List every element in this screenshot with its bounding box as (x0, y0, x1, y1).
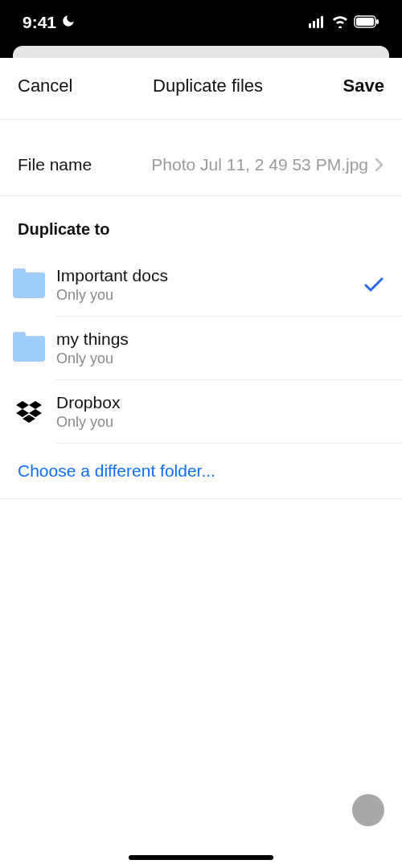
folder-subtitle: Only you (56, 287, 363, 304)
status-time: 9:41 (23, 13, 56, 32)
home-indicator[interactable] (129, 855, 273, 860)
touch-indicator (352, 794, 384, 826)
nav-bar: Cancel Duplicate files Save (0, 58, 402, 120)
cancel-button[interactable]: Cancel (18, 76, 72, 96)
folder-subtitle: Only you (56, 414, 384, 431)
folder-name: Dropbox (56, 393, 384, 412)
folder-row-my-things[interactable]: my things Only you (0, 317, 402, 380)
folder-row-dropbox[interactable]: Dropbox Only you (0, 380, 402, 444)
folder-text: my things Only you (56, 330, 384, 367)
folder-icon (11, 331, 47, 366)
folder-subtitle: Only you (56, 350, 384, 367)
wifi-icon (331, 13, 349, 32)
svg-rect-6 (376, 19, 379, 24)
page-title: Duplicate files (153, 76, 263, 96)
svg-rect-3 (321, 16, 323, 28)
folder-row-important-docs[interactable]: Important docs Only you (0, 253, 402, 317)
signal-icon (309, 13, 326, 32)
folder-name: my things (56, 330, 384, 349)
folder-text: Dropbox Only you (56, 393, 384, 431)
filename-row[interactable]: File name Photo Jul 11, 2 49 53 PM.jpg (0, 134, 402, 196)
save-button[interactable]: Save (343, 76, 384, 96)
folder-text: Important docs Only you (56, 266, 363, 304)
choose-different-folder-button[interactable]: Choose a different folder... (0, 444, 402, 499)
svg-rect-1 (313, 21, 315, 28)
svg-rect-2 (317, 18, 319, 28)
chevron-right-icon (375, 158, 384, 172)
filename-value: Photo Jul 11, 2 49 53 PM.jpg (92, 155, 368, 174)
moon-icon (61, 13, 76, 32)
svg-rect-5 (356, 18, 374, 26)
background-sheet (0, 44, 402, 58)
status-bar: 9:41 (0, 0, 402, 44)
status-right (309, 13, 379, 32)
dropbox-icon (11, 395, 47, 430)
folder-icon (11, 268, 47, 303)
checkmark-icon (363, 277, 384, 293)
battery-icon (354, 13, 379, 32)
svg-rect-0 (309, 23, 311, 28)
folder-name: Important docs (56, 266, 363, 285)
status-left: 9:41 (23, 13, 76, 32)
section-title: Duplicate to (0, 196, 402, 253)
modal-sheet: Cancel Duplicate files Save File name Ph… (0, 58, 402, 499)
filename-label: File name (18, 155, 92, 174)
